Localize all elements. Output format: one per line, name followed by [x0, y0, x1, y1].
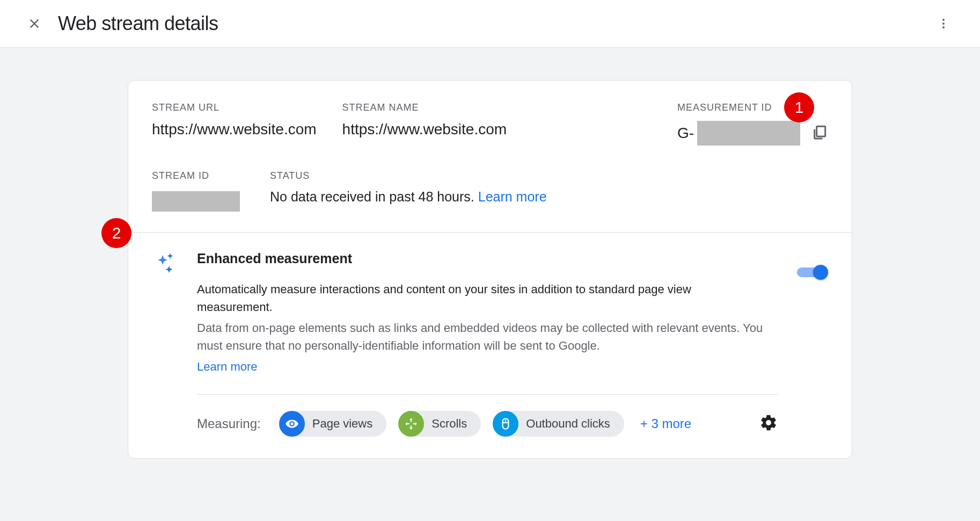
close-button[interactable]: [24, 13, 45, 34]
measuring-label: Measuring:: [197, 416, 261, 431]
stream-id-redacted: [152, 191, 240, 212]
enhanced-learn-more-link[interactable]: Learn more: [197, 360, 778, 374]
stream-name-label: STREAM NAME: [342, 102, 507, 113]
annotation-1: 1: [784, 92, 814, 122]
scroll-icon: [398, 411, 424, 437]
more-menu-button[interactable]: [931, 11, 956, 37]
enhanced-divider: [197, 394, 778, 395]
more-vert-icon: [937, 17, 950, 30]
measuring-more-link[interactable]: + 3 more: [640, 416, 691, 431]
status-text-row: No data received in past 48 hours. Learn…: [270, 189, 828, 205]
status-learn-more-link[interactable]: Learn more: [478, 189, 547, 204]
stream-row-2: STREAM ID STATUS No data received in pas…: [152, 170, 828, 214]
header: Web stream details: [0, 0, 980, 48]
svg-point-0: [942, 19, 945, 21]
stream-url-value: https://www.website.com: [152, 121, 317, 138]
enhanced-title: Enhanced measurement: [197, 251, 778, 266]
enhanced-body: Enhanced measurement Automatically measu…: [197, 251, 778, 437]
measurement-id-prefix: G-: [677, 125, 694, 142]
mouse-icon: [493, 411, 518, 437]
stream-id-label: STREAM ID: [152, 170, 240, 182]
enhanced-measurement-toggle[interactable]: [797, 265, 828, 280]
page-title: Web stream details: [58, 12, 218, 35]
chip-page-views: Page views: [279, 411, 387, 437]
stream-name-value: https://www.website.com: [342, 121, 507, 138]
measuring-row: Measuring: Page views Scrolls: [197, 411, 778, 437]
toggle-thumb: [813, 265, 828, 280]
stream-url-field: STREAM URL https://www.website.com: [152, 102, 317, 146]
stream-id-field: STREAM ID: [152, 170, 240, 214]
chip-outbound-label: Outbound clicks: [526, 417, 610, 431]
measurement-id-row: G-: [677, 121, 828, 146]
copy-icon: [811, 124, 828, 141]
enhanced-measurement-section: Enhanced measurement Automatically measu…: [128, 233, 852, 458]
content-area: 1 2 STREAM URL https://www.website.com S…: [0, 48, 980, 521]
stream-row-1: STREAM URL https://www.website.com STREA…: [152, 102, 828, 146]
chip-page-views-label: Page views: [312, 417, 373, 431]
status-field: STATUS No data received in past 48 hours…: [270, 170, 828, 214]
stream-name-field: STREAM NAME https://www.website.com: [342, 102, 507, 146]
stream-details-card: 1 2 STREAM URL https://www.website.com S…: [128, 80, 852, 459]
chip-scrolls: Scrolls: [398, 411, 481, 437]
gear-icon: [759, 414, 778, 432]
enhanced-description: Automatically measure interactions and c…: [197, 280, 744, 316]
stream-url-label: STREAM URL: [152, 102, 317, 113]
svg-rect-3: [817, 126, 825, 136]
status-label: STATUS: [270, 170, 828, 182]
svg-point-1: [942, 23, 945, 25]
sparkle-icon: [152, 251, 178, 437]
enhanced-settings-button[interactable]: [759, 414, 778, 434]
chip-scrolls-label: Scrolls: [432, 417, 467, 431]
chip-outbound-clicks: Outbound clicks: [493, 411, 624, 437]
copy-measurement-id-button[interactable]: [811, 124, 828, 143]
toggle-wrap: [797, 251, 828, 437]
close-icon: [27, 16, 42, 31]
stream-info-section: STREAM URL https://www.website.com STREA…: [128, 81, 852, 232]
measurement-id-redacted: [697, 121, 800, 146]
status-value: No data received in past 48 hours.: [270, 189, 478, 204]
annotation-2: 2: [101, 218, 131, 248]
enhanced-subtext: Data from on-page elements such as links…: [197, 319, 766, 354]
svg-point-2: [942, 26, 945, 28]
eye-icon: [279, 411, 305, 437]
